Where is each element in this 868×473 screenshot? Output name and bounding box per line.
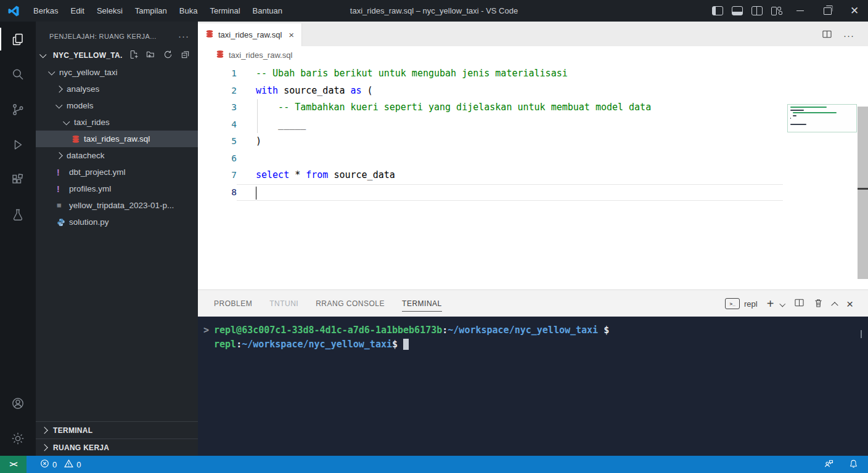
menu-buka[interactable]: Buka xyxy=(173,0,204,22)
tab-taxi-rides-raw-sql[interactable]: taxi_rides_raw.sql × xyxy=(198,23,302,46)
kill-terminal-icon[interactable] xyxy=(814,298,823,310)
split-editor-icon[interactable] xyxy=(822,30,832,41)
section-ruang-kerja[interactable]: RUANG KERJA xyxy=(36,439,198,456)
tree-item-datacheck[interactable]: datacheck xyxy=(36,147,198,164)
line-number: 7 xyxy=(198,167,237,184)
terminal-profile-dropdown-icon[interactable] xyxy=(780,301,785,306)
dbt-file-icon xyxy=(72,135,84,144)
code-line-content[interactable]: -- Tambahkan kueri seperti yang dijelask… xyxy=(237,99,651,116)
tab-close-icon[interactable]: × xyxy=(289,30,294,40)
code-line-3[interactable]: 3 -- Tambahkan kueri seperti yang dijela… xyxy=(198,99,868,116)
code-line-1[interactable]: 1-- Ubah baris berikut untuk mengubah je… xyxy=(198,65,868,83)
activitybar-extensions-icon[interactable] xyxy=(0,162,36,197)
refresh-icon[interactable] xyxy=(163,50,173,61)
minimap-line xyxy=(793,112,836,113)
split-layout-icon[interactable] xyxy=(751,6,763,15)
editor-scrollbar[interactable] xyxy=(858,107,868,279)
code-line-8[interactable]: 8 xyxy=(198,184,868,201)
code-line-content[interactable] xyxy=(237,184,783,201)
panel-tab-problem[interactable]: PROBLEM xyxy=(214,290,252,317)
code-line-content[interactable]: ) xyxy=(237,133,261,150)
activitybar-search-icon[interactable] xyxy=(0,57,36,92)
activitybar-explorer-icon[interactable] xyxy=(0,22,36,57)
code-line-4[interactable]: 4 _____ xyxy=(198,116,868,134)
new-terminal-icon[interactable]: + xyxy=(767,297,774,310)
feedback-icon[interactable] xyxy=(824,459,834,471)
title-bar: BerkasEditSeleksiTampilanBukaTerminalBan… xyxy=(0,0,868,22)
activitybar-run-debug-icon[interactable] xyxy=(0,127,36,162)
terminal-content[interactable]: >repl@63c007c1-33d8-4d1c-a7d6-1a1bbeb617… xyxy=(198,317,868,456)
tree-item-taxi-rides-raw-sql[interactable]: taxi_rides_raw.sql xyxy=(36,131,198,147)
new-folder-icon[interactable] xyxy=(146,50,155,61)
restore-button[interactable] xyxy=(814,0,841,22)
tab-label: taxi_rides_raw.sql xyxy=(218,30,282,39)
menu-berkas[interactable]: Berkas xyxy=(27,0,64,22)
workspace-root-row[interactable]: NYC_YELLOW_TA. xyxy=(36,47,198,64)
code-line-5[interactable]: 5) xyxy=(198,133,868,150)
text-cursor xyxy=(256,187,256,200)
panel-tab-terminal[interactable]: TERMINAL xyxy=(402,290,442,317)
chevron-right-icon xyxy=(42,428,52,433)
toggle-panel-icon[interactable] xyxy=(732,6,743,15)
menu-tampilan[interactable]: Tampilan xyxy=(129,0,173,22)
new-file-icon[interactable] xyxy=(129,50,138,61)
code-line-content[interactable]: _____ xyxy=(237,116,306,134)
menu-terminal[interactable]: Terminal xyxy=(203,0,246,22)
activitybar-testing-icon[interactable] xyxy=(0,197,36,232)
editor-more-icon[interactable]: ··· xyxy=(843,30,854,41)
tree-item-models[interactable]: models xyxy=(36,97,198,114)
chevron-right-icon xyxy=(42,445,52,450)
collapse-folders-icon[interactable] xyxy=(181,50,190,61)
activitybar-source-control-icon[interactable] xyxy=(0,92,36,127)
tree-item-profiles-yml[interactable]: !profiles.yml xyxy=(36,180,198,197)
titlebar-actions: ✕ xyxy=(708,0,868,22)
tree-item-yellow-tripdata-2023-01-p[interactable]: ≡yellow_tripdata_2023-01-p... xyxy=(36,197,198,214)
close-panel-icon[interactable]: × xyxy=(846,298,853,310)
errors-status[interactable]: 0 xyxy=(40,459,57,470)
code-line-6[interactable]: 6 xyxy=(198,150,868,168)
code-line-2[interactable]: 2with source_data as ( xyxy=(198,83,868,100)
error-icon xyxy=(40,459,49,470)
activitybar-account-icon[interactable] xyxy=(0,386,36,421)
section-terminal[interactable]: TERMINAL xyxy=(36,421,198,439)
indent-guide xyxy=(257,99,258,133)
remote-indicator[interactable]: >< xyxy=(0,456,27,473)
tree-item-nyc-yellow-taxi[interactable]: nyc_yellow_taxi xyxy=(36,64,198,81)
tree-item-label: solution.py xyxy=(69,217,109,227)
minimize-button[interactable] xyxy=(787,0,814,22)
explorer-actions xyxy=(129,50,198,61)
notifications-bell-icon[interactable] xyxy=(849,459,858,471)
code-line-content[interactable]: -- Ubah baris berikut untuk mengubah jen… xyxy=(237,65,568,83)
menu-seleksi[interactable]: Seleksi xyxy=(91,0,129,22)
tree-item-label: taxi_rides xyxy=(74,118,110,127)
code-line-content[interactable]: with source_data as ( xyxy=(237,83,373,100)
close-window-button[interactable]: ✕ xyxy=(841,0,868,22)
breadcrumb[interactable]: taxi_rides_raw.sql xyxy=(198,46,868,63)
terminal-scrollbar[interactable] xyxy=(861,330,862,338)
toggle-sidebar-icon[interactable] xyxy=(712,6,723,15)
chevron-right-icon xyxy=(57,87,67,92)
tree-item-analyses[interactable]: analyses xyxy=(36,81,198,97)
code-line-content[interactable]: select * from source_data xyxy=(237,167,395,184)
menu-edit[interactable]: Edit xyxy=(64,0,90,22)
code-line-content[interactable] xyxy=(237,150,256,168)
explorer-more-icon[interactable]: ··· xyxy=(178,31,189,41)
tree-item-solution-py[interactable]: solution.py xyxy=(36,214,198,230)
tree-item-dbt-project-yml[interactable]: !dbt_project.yml xyxy=(36,164,198,180)
warnings-status[interactable]: 0 xyxy=(64,459,81,470)
code-editor[interactable]: 1-- Ubah baris berikut untuk mengubah je… xyxy=(198,63,868,291)
panel-tab-rrang-console[interactable]: RRANG CONSOLE xyxy=(316,290,385,317)
customize-layout-icon[interactable] xyxy=(771,7,782,15)
activity-bar xyxy=(0,22,36,456)
tree-item-taxi-rides[interactable]: taxi_rides xyxy=(36,114,198,131)
line-number: 5 xyxy=(198,133,237,150)
code-line-7[interactable]: 7select * from source_data xyxy=(198,167,868,184)
activitybar-settings-icon[interactable] xyxy=(0,421,36,456)
maximize-panel-icon[interactable] xyxy=(831,302,838,309)
split-terminal-icon[interactable] xyxy=(794,298,805,309)
panel-tab-tntuni[interactable]: TNTUNI xyxy=(269,290,298,317)
bottom-panel: PROBLEMTNTUNIRRANG CONSOLETERMINAL >_ re… xyxy=(198,289,868,456)
window-title: taxi_rides_raw.sql – nyc_yellow_taxi - V… xyxy=(350,6,518,15)
menu-bantuan[interactable]: Bantuan xyxy=(247,0,289,22)
minimap[interactable] xyxy=(787,104,857,132)
